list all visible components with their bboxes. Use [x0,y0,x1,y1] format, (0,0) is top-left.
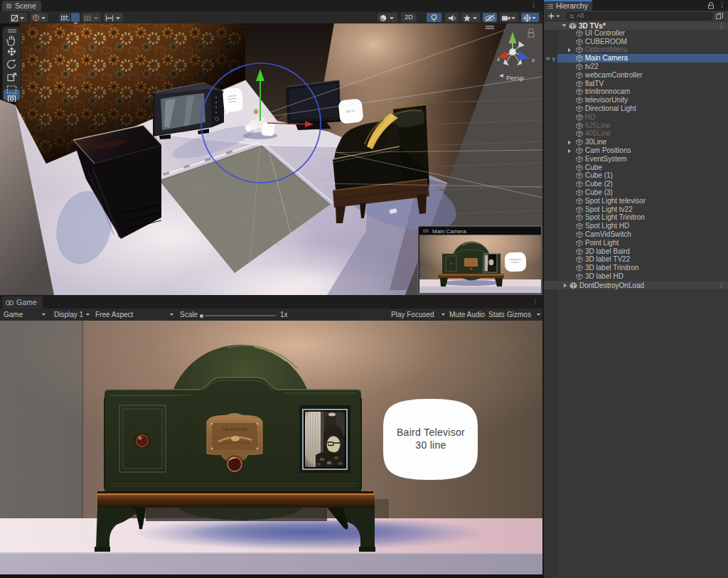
svg-text:Baird Televisor: Baird Televisor [397,427,465,438]
svg-text:TELEVISOR: TELEVISOR [222,427,247,432]
svg-text:z: z [532,57,535,63]
svg-text:Main Camera: Main Camera [432,228,467,235]
svg-text:x: x [497,56,500,63]
svg-text:30 line: 30 line [415,439,446,451]
svg-text:Persp: Persp [506,74,524,82]
